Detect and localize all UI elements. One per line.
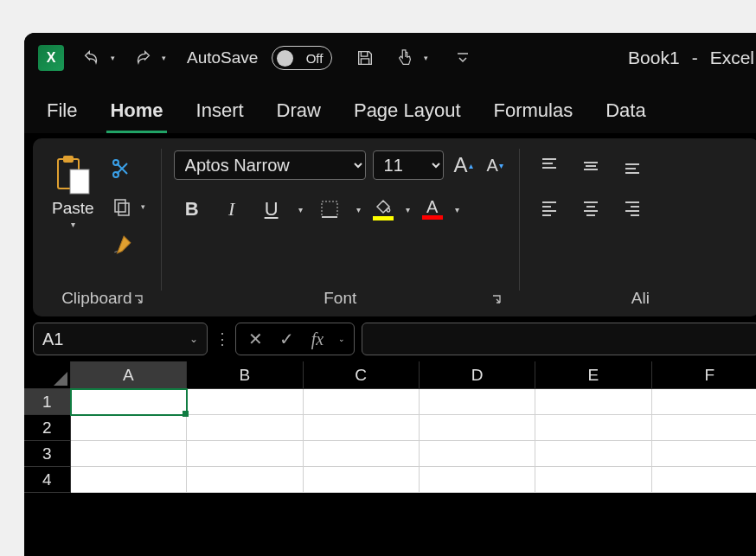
- tab-draw[interactable]: Draw: [273, 93, 324, 133]
- undo-dropdown[interactable]: ▾: [107, 54, 119, 62]
- cell-C4[interactable]: [304, 467, 420, 493]
- cell-B3[interactable]: [187, 441, 303, 467]
- underline-dropdown[interactable]: ▾: [293, 205, 308, 214]
- tab-page-layout[interactable]: Page Layout: [350, 93, 464, 133]
- cell-C2[interactable]: [304, 415, 420, 441]
- row-header-3[interactable]: 3: [24, 441, 71, 467]
- underline-button[interactable]: U: [253, 192, 290, 227]
- cancel-entry-button[interactable]: ✕: [241, 325, 269, 353]
- copy-dropdown[interactable]: ▾: [138, 202, 149, 211]
- cell-C1[interactable]: [304, 389, 420, 415]
- insert-function-dropdown[interactable]: ⌄: [335, 335, 349, 343]
- cell-A1[interactable]: [71, 389, 187, 415]
- autosave-label: AutoSave: [187, 48, 258, 67]
- align-right-button[interactable]: [615, 192, 650, 223]
- decrease-font-button[interactable]: A▾: [484, 154, 507, 177]
- cell-E1[interactable]: [535, 389, 651, 415]
- row-header-2[interactable]: 2: [24, 415, 71, 441]
- align-right-icon: [623, 198, 642, 217]
- ribbon: Paste ▾ ▾: [33, 138, 756, 316]
- bold-button[interactable]: B: [174, 192, 210, 227]
- copy-button[interactable]: [106, 192, 138, 221]
- tab-insert[interactable]: Insert: [193, 93, 247, 133]
- tab-home[interactable]: Home: [106, 93, 166, 133]
- align-bottom-button[interactable]: [615, 150, 650, 182]
- save-icon: [356, 48, 375, 67]
- name-box-dropdown[interactable]: ⌄: [189, 333, 198, 345]
- cell-E4[interactable]: [535, 467, 651, 493]
- select-all-corner[interactable]: [24, 361, 71, 389]
- cell-F4[interactable]: [652, 467, 756, 493]
- borders-button[interactable]: [311, 192, 348, 227]
- svg-rect-7: [322, 201, 337, 217]
- column-header-F[interactable]: F: [652, 361, 756, 389]
- borders-icon: [320, 200, 339, 219]
- cell-D4[interactable]: [420, 467, 535, 493]
- cell-E3[interactable]: [535, 441, 651, 467]
- align-center-button[interactable]: [573, 192, 608, 223]
- redo-dropdown[interactable]: ▾: [158, 54, 170, 62]
- column-header-A[interactable]: A: [71, 361, 187, 389]
- paste-button[interactable]: Paste ▾: [45, 150, 101, 233]
- customize-qat-button[interactable]: [449, 44, 477, 72]
- tab-file[interactable]: File: [43, 93, 80, 133]
- font-size-select[interactable]: 11: [373, 150, 444, 180]
- borders-dropdown[interactable]: ▾: [351, 205, 366, 214]
- cell-A3[interactable]: [71, 441, 187, 467]
- excel-window: X ▾ ▾ AutoSave Off ▾: [24, 33, 756, 556]
- row-header-4[interactable]: 4: [24, 467, 71, 493]
- increase-font-button[interactable]: A▴: [451, 151, 477, 179]
- cell-A2[interactable]: [71, 415, 187, 441]
- insert-function-button[interactable]: fx: [304, 325, 331, 353]
- cell-A4[interactable]: [71, 467, 187, 493]
- autosave-toggle[interactable]: Off: [272, 46, 332, 70]
- cell-B4[interactable]: [187, 467, 303, 493]
- redo-button[interactable]: [129, 44, 157, 72]
- cell-D3[interactable]: [420, 441, 535, 467]
- column-header-C[interactable]: C: [304, 361, 420, 389]
- row-header-1[interactable]: 1: [24, 389, 71, 415]
- tab-formulas[interactable]: Formulas: [490, 93, 577, 133]
- font-dialog-launcher[interactable]: [490, 292, 505, 308]
- svg-rect-1: [63, 156, 74, 163]
- column-header-E[interactable]: E: [535, 361, 651, 389]
- formula-input[interactable]: [362, 323, 756, 355]
- fill-color-dropdown[interactable]: ▾: [400, 205, 415, 214]
- clipboard-dialog-launcher[interactable]: [131, 292, 147, 308]
- column-header-B[interactable]: B: [187, 361, 303, 389]
- group-clipboard: Paste ▾ ▾: [33, 145, 161, 316]
- save-button[interactable]: [351, 44, 379, 72]
- font-name-select[interactable]: Aptos Narrow: [174, 150, 366, 180]
- column-header-D[interactable]: D: [420, 361, 535, 389]
- accept-entry-button[interactable]: ✓: [272, 325, 300, 353]
- name-box[interactable]: A1 ⌄: [33, 323, 208, 355]
- formula-bar-options[interactable]: ⋮: [215, 329, 228, 348]
- cell-F1[interactable]: [652, 389, 756, 415]
- italic-button[interactable]: I: [214, 192, 250, 227]
- font-color-button[interactable]: A: [419, 195, 446, 223]
- cell-B2[interactable]: [187, 415, 303, 441]
- align-left-button[interactable]: [532, 192, 567, 223]
- touch-mode-button[interactable]: [391, 44, 419, 72]
- paste-icon: [53, 154, 93, 197]
- align-middle-button[interactable]: [573, 150, 608, 182]
- fill-color-button[interactable]: [369, 195, 397, 224]
- font-color-dropdown[interactable]: ▾: [450, 205, 464, 214]
- cell-F2[interactable]: [652, 415, 756, 441]
- cell-D1[interactable]: [420, 389, 535, 415]
- touch-dropdown[interactable]: ▾: [420, 54, 432, 62]
- redo-icon: [133, 48, 152, 67]
- tab-data[interactable]: Data: [602, 93, 649, 133]
- undo-button[interactable]: [78, 44, 106, 72]
- cell-E2[interactable]: [535, 415, 651, 441]
- cell-D2[interactable]: [420, 415, 535, 441]
- format-painter-button[interactable]: [106, 230, 138, 259]
- cell-B1[interactable]: [187, 389, 303, 415]
- titlebar: X ▾ ▾ AutoSave Off ▾: [24, 33, 756, 83]
- cell-F3[interactable]: [652, 441, 756, 467]
- paintbrush-icon: [111, 233, 133, 256]
- cut-button[interactable]: [106, 154, 138, 183]
- align-left-icon: [540, 198, 559, 217]
- cell-C3[interactable]: [304, 441, 420, 467]
- align-top-button[interactable]: [532, 150, 567, 182]
